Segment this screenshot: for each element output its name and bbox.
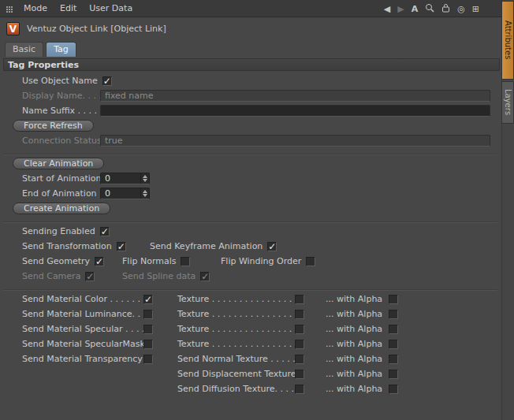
- menu-bar: Mode Edit User Data ◀ ▶ A ◎ ⊞: [0, 0, 514, 17]
- color-texture-checkbox[interactable]: [295, 295, 304, 304]
- tab-layers[interactable]: Layers: [501, 81, 514, 124]
- normal-with-alpha-checkbox[interactable]: [389, 355, 398, 364]
- grid-icon[interactable]: ⊞: [472, 5, 479, 13]
- luminance-with-alpha-checkbox[interactable]: [389, 310, 398, 319]
- menu-user-data[interactable]: User Data: [83, 1, 139, 16]
- menubar-icons: ◀ ▶ A ◎ ⊞: [384, 0, 479, 17]
- sending-enabled-label: Sending Enabled: [22, 226, 95, 236]
- row-transformation: Send Transformation ✓ Send Keyframe Anim…: [0, 239, 501, 254]
- send-transformation-checkbox[interactable]: ✓: [117, 242, 126, 251]
- specular-with-alpha-label: ... with Alpha: [326, 324, 382, 334]
- flip-winding-order-checkbox[interactable]: [306, 257, 315, 266]
- display-name-field[interactable]: [100, 90, 490, 102]
- send-normal-texture-checkbox[interactable]: [295, 355, 304, 364]
- create-animation-button[interactable]: Create Animation: [13, 203, 110, 214]
- focus-icon[interactable]: ◎: [457, 5, 465, 13]
- display-name-label: Display Name. . . . .: [22, 91, 107, 101]
- menu-mode[interactable]: Mode: [17, 1, 54, 16]
- send-diffusion-texture-label: Send Diffusion Texture. . . . .: [177, 384, 300, 394]
- flip-normals-checkbox[interactable]: [181, 257, 190, 266]
- back-icon[interactable]: ◀: [384, 5, 390, 13]
- row-end-of-animation: End of Animation: [0, 186, 501, 201]
- lock-icon[interactable]: [441, 3, 450, 15]
- tab-row: Basic Tag: [5, 42, 76, 57]
- start-of-animation-label: Start of Animation: [22, 173, 102, 184]
- send-camera-label: Send Camera: [22, 271, 80, 281]
- separator: [3, 216, 497, 222]
- end-of-animation-label: End of Animation: [22, 188, 97, 199]
- normal-with-alpha-label: ... with Alpha: [326, 354, 382, 364]
- luminance-with-alpha-label: ... with Alpha: [326, 309, 382, 319]
- tab-basic[interactable]: Basic: [5, 42, 43, 57]
- menu-edit[interactable]: Edit: [54, 1, 83, 16]
- section-header-tag-properties[interactable]: Tag Properties: [3, 58, 500, 71]
- ventuz-tag-icon: V: [6, 22, 20, 35]
- specularmask-texture-checkbox[interactable]: [295, 340, 304, 349]
- specularmask-with-alpha-checkbox[interactable]: [389, 340, 398, 349]
- use-object-name-label: Use Object Name: [22, 76, 98, 86]
- connection-status-field[interactable]: [100, 135, 490, 147]
- color-with-alpha-label: ... with Alpha: [326, 294, 382, 304]
- specular-with-alpha-checkbox[interactable]: [389, 325, 398, 334]
- specularmask-texture-label: Texture . . . . . . . . . . . . . . . . …: [177, 339, 303, 349]
- send-displacement-texture-checkbox[interactable]: [295, 370, 304, 379]
- send-keyframe-animation-label: Send Keyframe Animation: [150, 241, 263, 251]
- drag-handle-icon[interactable]: [6, 6, 8, 8]
- color-texture-label: Texture . . . . . . . . . . . . . . . . …: [177, 294, 303, 304]
- send-material-luminance-label: Send Material Luminance. . .: [22, 309, 146, 319]
- search-icon[interactable]: [425, 3, 434, 15]
- name-suffix-field[interactable]: [100, 105, 490, 117]
- start-of-animation-spinner[interactable]: [140, 173, 148, 184]
- send-material-specular-checkbox[interactable]: [143, 325, 153, 334]
- force-refresh-button[interactable]: Force Refresh: [13, 120, 94, 132]
- name-suffix-label: Name Suffix . . . . . .: [22, 106, 108, 116]
- row-display-name: Display Name. . . . .: [0, 88, 501, 103]
- row-name-suffix: Name Suffix . . . . . .: [0, 103, 501, 118]
- send-material-specularmask-checkbox[interactable]: [143, 340, 153, 349]
- luminance-texture-checkbox[interactable]: [295, 310, 304, 319]
- tab-attributes[interactable]: Attributes: [501, 1, 514, 80]
- send-geometry-checkbox[interactable]: ✓: [95, 257, 104, 266]
- flip-winding-order-label: Flip Winding Order: [221, 256, 301, 266]
- row-camera-spline: Send Camera ✓ Send Spline data ✓: [0, 269, 501, 284]
- send-transformation-label: Send Transformation: [22, 241, 112, 251]
- displacement-with-alpha-checkbox[interactable]: [389, 370, 398, 379]
- use-object-name-checkbox[interactable]: ✓: [102, 76, 112, 86]
- sending-enabled-checkbox[interactable]: ✓: [100, 227, 110, 236]
- forward-icon[interactable]: ▶: [397, 5, 404, 13]
- send-diffusion-texture-checkbox[interactable]: [295, 385, 304, 394]
- flip-normals-label: Flip Normals: [122, 256, 176, 266]
- send-material-color-checkbox[interactable]: ✓: [143, 295, 153, 304]
- separator: [3, 284, 497, 290]
- send-spline-data-checkbox[interactable]: ✓: [200, 272, 210, 281]
- send-camera-checkbox[interactable]: ✓: [85, 272, 95, 281]
- row-geometry: Send Geometry ✓ Flip Normals Flip Windin…: [0, 254, 501, 269]
- specularmask-with-alpha-label: ... with Alpha: [326, 339, 382, 349]
- send-material-luminance-checkbox[interactable]: [143, 310, 153, 319]
- panel-title: Ventuz Object Link [Object Link]: [27, 24, 166, 34]
- diffusion-with-alpha-checkbox[interactable]: [389, 385, 398, 394]
- row-clear-animation: Clear Animation: [0, 156, 501, 171]
- letter-a-icon[interactable]: A: [412, 4, 419, 14]
- color-with-alpha-checkbox[interactable]: [389, 295, 398, 304]
- end-of-animation-spinner[interactable]: [140, 188, 148, 199]
- specular-texture-checkbox[interactable]: [295, 325, 304, 334]
- send-normal-texture-label: Send Normal Texture . . . . .: [177, 354, 296, 364]
- row-start-of-animation: Start of Animation: [0, 171, 501, 186]
- send-spline-data-label: Send Spline data: [122, 271, 196, 281]
- luminance-texture-label: Texture . . . . . . . . . . . . . . . . …: [177, 309, 303, 319]
- row-sending-enabled: Sending Enabled ✓: [0, 224, 501, 239]
- send-material-color-label: Send Material Color . . . . . . .: [22, 294, 146, 304]
- send-keyframe-animation-checkbox[interactable]: ✓: [267, 242, 277, 251]
- panel-title-bar: V Ventuz Object Link [Object Link]: [6, 22, 166, 35]
- material-row: Send Material Transparency Send Normal T…: [0, 351, 501, 366]
- material-row: Send Material Color . . . . . . . ✓ Text…: [0, 292, 501, 307]
- row-create-animation: Create Animation: [0, 201, 501, 216]
- send-material-specular-label: Send Material Specular . . . .: [22, 324, 144, 334]
- send-material-transparency-checkbox[interactable]: [143, 355, 153, 364]
- clear-animation-button[interactable]: Clear Animation: [13, 158, 104, 169]
- diffusion-with-alpha-label: ... with Alpha: [326, 384, 382, 394]
- specular-texture-label: Texture . . . . . . . . . . . . . . . . …: [177, 324, 303, 334]
- tab-tag[interactable]: Tag: [46, 42, 76, 57]
- material-row: Send Diffusion Texture. . . . . ... with…: [0, 381, 501, 396]
